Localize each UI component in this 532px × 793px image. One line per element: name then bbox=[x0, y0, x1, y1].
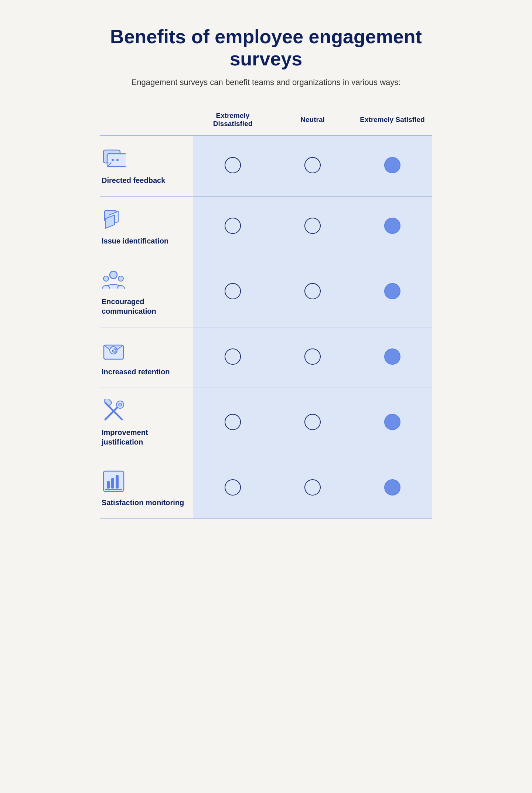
chat-icon bbox=[102, 147, 126, 171]
table-row: Issue identification bbox=[100, 196, 432, 257]
svg-rect-21 bbox=[107, 481, 110, 489]
radio-neutral-increased-retention[interactable] bbox=[273, 327, 352, 388]
page-title: Benefits of employee engagement surveys bbox=[100, 26, 432, 70]
item-label-directed-feedback: Directed feedback bbox=[102, 176, 165, 185]
item-label-increased-retention: Increased retention bbox=[102, 367, 170, 377]
item-cell-encouraged-communication: Encouraged communication bbox=[100, 257, 193, 327]
radio-satisfied-increased-retention[interactable] bbox=[352, 327, 432, 388]
svg-rect-22 bbox=[111, 478, 114, 489]
svg-rect-1 bbox=[107, 154, 126, 167]
chart-icon bbox=[102, 469, 126, 493]
survey-table: Extremely Dissatisfied Neutral Extremely… bbox=[100, 106, 432, 519]
radio-satisfied-directed-feedback[interactable] bbox=[352, 136, 432, 197]
item-label-encouraged-communication: Encouraged communication bbox=[102, 297, 187, 316]
col-header-neutral: Neutral bbox=[273, 106, 352, 136]
page-subtitle: Engagement surveys can benefit teams and… bbox=[100, 78, 432, 87]
tools-icon bbox=[102, 399, 126, 423]
svg-point-3 bbox=[116, 159, 119, 161]
table-row: Encouraged communication bbox=[100, 257, 432, 327]
svg-point-19 bbox=[119, 403, 122, 406]
people-icon bbox=[102, 268, 126, 292]
item-cell-directed-feedback: Directed feedback bbox=[100, 136, 193, 197]
item-cell-satisfaction-monitoring: Satisfaction monitoring bbox=[100, 458, 193, 518]
svg-point-9 bbox=[103, 276, 109, 281]
radio-neutral-encouraged-communication[interactable] bbox=[273, 257, 352, 327]
item-cell-increased-retention: @ Increased retention bbox=[100, 327, 193, 388]
svg-text:@: @ bbox=[112, 347, 117, 353]
radio-satisfied-issue-identification[interactable] bbox=[352, 196, 432, 257]
table-row: Directed feedback bbox=[100, 136, 432, 197]
radio-neutral-improvement-justification[interactable] bbox=[273, 388, 352, 458]
item-cell-issue-identification: Issue identification bbox=[100, 196, 193, 257]
item-cell-improvement-justification: Improvement justification bbox=[100, 388, 193, 458]
radio-dissatisfied-satisfaction-monitoring[interactable] bbox=[193, 458, 273, 518]
email-icon: @ bbox=[102, 338, 126, 363]
radio-dissatisfied-directed-feedback[interactable] bbox=[193, 136, 273, 197]
page-container: Benefits of employee engagement surveys … bbox=[100, 15, 432, 519]
radio-dissatisfied-issue-identification[interactable] bbox=[193, 196, 273, 257]
svg-point-10 bbox=[118, 276, 123, 281]
svg-point-8 bbox=[110, 271, 117, 279]
col-header-item bbox=[100, 106, 193, 136]
radio-satisfied-satisfaction-monitoring[interactable] bbox=[352, 458, 432, 518]
table-row: Satisfaction monitoring bbox=[100, 458, 432, 518]
svg-rect-23 bbox=[116, 475, 119, 489]
radio-dissatisfied-improvement-justification[interactable] bbox=[193, 388, 273, 458]
radio-neutral-satisfaction-monitoring[interactable] bbox=[273, 458, 352, 518]
col-header-satisfied: Extremely Satisfied bbox=[352, 106, 432, 136]
svg-point-2 bbox=[112, 159, 114, 161]
radio-neutral-issue-identification[interactable] bbox=[273, 196, 352, 257]
item-label-satisfaction-monitoring: Satisfaction monitoring bbox=[102, 498, 184, 507]
radio-dissatisfied-encouraged-communication[interactable] bbox=[193, 257, 273, 327]
col-header-dissatisfied: Extremely Dissatisfied bbox=[193, 106, 273, 136]
item-label-issue-identification: Issue identification bbox=[102, 236, 168, 246]
radio-dissatisfied-increased-retention[interactable] bbox=[193, 327, 273, 388]
radio-satisfied-encouraged-communication[interactable] bbox=[352, 257, 432, 327]
radio-neutral-directed-feedback[interactable] bbox=[273, 136, 352, 197]
table-header-row: Extremely Dissatisfied Neutral Extremely… bbox=[100, 106, 432, 136]
table-row: @ Increased retention bbox=[100, 327, 432, 388]
table-row: Improvement justification bbox=[100, 388, 432, 458]
flag-icon bbox=[102, 208, 126, 232]
item-label-improvement-justification: Improvement justification bbox=[102, 428, 187, 447]
radio-satisfied-improvement-justification[interactable] bbox=[352, 388, 432, 458]
